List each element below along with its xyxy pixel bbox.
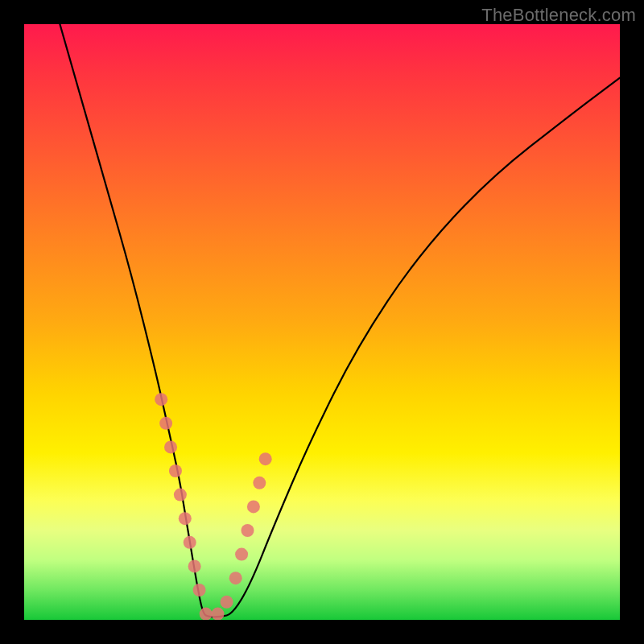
marker-point xyxy=(235,548,248,561)
marker-point xyxy=(247,500,260,513)
outer-frame: TheBottleneck.com xyxy=(0,0,644,644)
watermark-text: TheBottleneck.com xyxy=(481,5,636,26)
marker-point xyxy=(193,584,206,597)
marker-group xyxy=(155,393,272,620)
marker-point xyxy=(253,477,266,489)
marker-point xyxy=(188,559,201,572)
marker-point xyxy=(242,524,254,537)
marker-point xyxy=(221,596,233,609)
marker-point xyxy=(164,440,177,453)
marker-point xyxy=(212,608,225,620)
marker-point xyxy=(169,464,182,477)
marker-point xyxy=(184,536,196,549)
chart-svg xyxy=(24,24,620,620)
plot-area xyxy=(24,24,620,620)
marker-point xyxy=(179,512,192,525)
marker-point xyxy=(229,572,242,584)
marker-point xyxy=(159,417,172,430)
marker-point xyxy=(174,489,187,502)
marker-point xyxy=(200,608,213,620)
marker-point xyxy=(155,393,167,406)
bottleneck-curve xyxy=(60,24,620,617)
marker-point xyxy=(259,452,272,465)
